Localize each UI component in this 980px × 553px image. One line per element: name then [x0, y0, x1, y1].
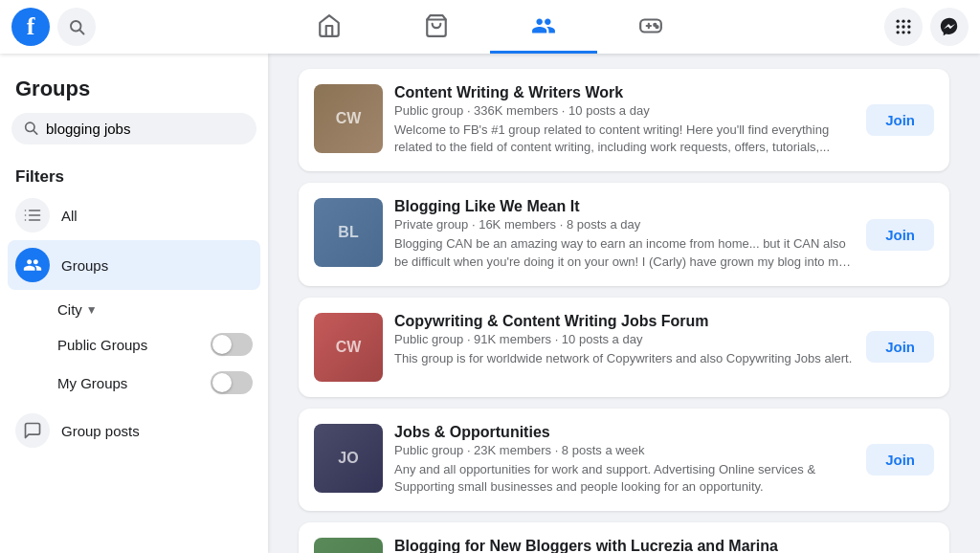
city-filter-with-arrow: City ▼ [57, 301, 98, 318]
group-thumbnail: CW [314, 84, 383, 153]
group-card: CW Copywriting & Content Writing Jobs Fo… [299, 298, 949, 397]
group-thumb-placeholder: CW [314, 84, 383, 153]
search-input[interactable]: blogging jobs [11, 113, 256, 144]
group-name: Content Writing & Writers Work [394, 84, 855, 101]
svg-line-16 [33, 130, 37, 134]
group-thumbnail: CW [314, 313, 383, 382]
nav-center [268, 0, 712, 54]
public-groups-filter-row[interactable]: Public Groups [57, 325, 260, 364]
group-name: Blogging Like We Mean It [394, 198, 855, 215]
sidebar: Groups blogging jobs Filters [0, 54, 268, 553]
group-description: Blogging CAN be an amazing way to earn a… [394, 235, 855, 270]
search-icon [23, 120, 38, 138]
group-card: CW Content Writing & Writers Work Public… [299, 69, 949, 171]
group-thumbnail: BL [314, 198, 383, 267]
group-card: JO Jobs & Opportunities Public group · 2… [299, 409, 949, 511]
sidebar-title: Groups [8, 69, 260, 113]
nav-marketplace-button[interactable] [383, 0, 490, 54]
join-button[interactable]: Join [866, 104, 934, 136]
my-groups-label: My Groups [57, 375, 127, 391]
nav-gaming-button[interactable] [597, 0, 704, 54]
join-button[interactable]: Join [866, 331, 934, 363]
city-filter-row[interactable]: City ▼ [57, 294, 260, 325]
group-thumb-placeholder: CW [314, 313, 383, 382]
svg-point-9 [897, 25, 900, 28]
filter-all-item[interactable]: All [8, 190, 260, 240]
svg-point-6 [897, 20, 900, 23]
group-info: Copywriting & Content Writing Jobs Forum… [394, 313, 855, 367]
group-description: Welcome to FB's #1 group related to cont… [394, 122, 855, 156]
svg-point-14 [907, 31, 910, 33]
group-name: Copywriting & Content Writing Jobs Forum [394, 313, 855, 330]
city-filter-label: City [57, 301, 82, 318]
group-description: Any and all opportunities for work and s… [394, 461, 855, 496]
fb-logo-letter: f [27, 14, 35, 39]
group-posts-icon [15, 413, 50, 448]
group-thumbnail: BN [314, 538, 383, 553]
group-meta: Public group · 336K members · 10 posts a… [394, 103, 855, 118]
city-chevron-icon: ▼ [86, 303, 98, 317]
group-name: Blogging for New Bloggers with Lucrezia … [394, 538, 855, 553]
group-info: Blogging Like We Mean It Private group ·… [394, 198, 855, 270]
filter-groups-label: Groups [61, 257, 108, 274]
svg-point-8 [907, 20, 910, 23]
messenger-button[interactable] [930, 8, 969, 46]
main-layout: Groups blogging jobs Filters [0, 54, 980, 553]
group-name: Jobs & Opportunities [394, 424, 855, 441]
filter-all-label: All [61, 208, 78, 224]
group-info: Content Writing & Writers Work Public gr… [394, 84, 855, 156]
group-thumb-placeholder: BN [314, 538, 383, 553]
group-thumb-placeholder: JO [314, 424, 383, 493]
facebook-logo[interactable]: f [11, 8, 50, 46]
my-groups-filter-row[interactable]: My Groups [57, 364, 260, 402]
nav-home-button[interactable] [276, 0, 383, 54]
group-description: This group is for worldwide network of C… [394, 350, 855, 367]
svg-line-1 [79, 30, 83, 33]
toggle-knob [212, 335, 232, 354]
svg-point-13 [902, 31, 904, 33]
nav-groups-button[interactable] [490, 0, 597, 54]
all-filter-icon [15, 198, 50, 232]
main-content: CW Content Writing & Writers Work Public… [268, 54, 980, 553]
group-meta: Private group · 16K members · 8 posts a … [394, 217, 855, 232]
group-meta: Public group · 23K members · 8 posts a w… [394, 443, 855, 457]
group-card: BN Blogging for New Bloggers with Lucrez… [299, 522, 949, 553]
groups-list: CW Content Writing & Writers Work Public… [299, 69, 949, 553]
search-box: blogging jobs [11, 113, 256, 144]
apps-button[interactable] [884, 8, 923, 46]
nav-left: f [0, 8, 268, 46]
group-thumbnail: JO [314, 424, 383, 493]
public-groups-label: Public Groups [57, 337, 147, 353]
group-info: Jobs & Opportunities Public group · 23K … [394, 424, 855, 496]
svg-point-12 [897, 31, 900, 33]
toggle-knob-2 [212, 373, 232, 392]
group-posts-item[interactable]: Group posts [8, 406, 260, 455]
svg-point-7 [902, 20, 904, 23]
filters-title: Filters [8, 160, 260, 190]
svg-point-5 [656, 26, 657, 28]
search-button[interactable] [57, 8, 96, 46]
group-thumb-placeholder: BL [314, 198, 383, 267]
svg-point-10 [902, 25, 904, 28]
top-nav: f [0, 0, 980, 54]
public-groups-toggle[interactable] [211, 333, 253, 356]
join-button[interactable]: Join [866, 444, 934, 476]
svg-point-11 [907, 25, 910, 28]
group-info: Blogging for New Bloggers with Lucrezia … [394, 538, 855, 553]
join-button[interactable]: Join [866, 219, 934, 251]
groups-filter-icon [15, 248, 50, 282]
filter-groups-item[interactable]: Groups [8, 240, 260, 290]
nav-right [712, 8, 980, 46]
group-posts-label: Group posts [61, 423, 140, 439]
group-meta: Public group · 91K members · 10 posts a … [394, 332, 855, 346]
sub-filters: City ▼ Public Groups My Groups [8, 290, 260, 406]
my-groups-toggle[interactable] [211, 371, 253, 394]
group-card: BL Blogging Like We Mean It Private grou… [299, 183, 949, 285]
